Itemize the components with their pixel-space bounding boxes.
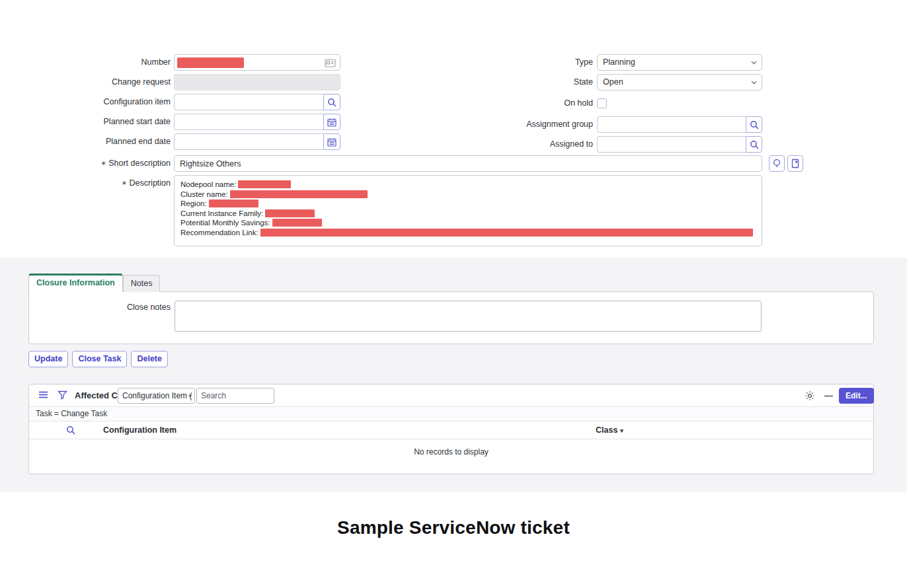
assignment-group-input[interactable]	[597, 116, 746, 133]
assigned-to-input[interactable]	[597, 136, 746, 153]
gear-icon	[805, 390, 815, 401]
close-notes-textarea[interactable]	[175, 301, 762, 332]
configuration-item-lookup-button[interactable]	[323, 94, 340, 110]
preview-record-icon[interactable]	[325, 58, 336, 68]
planned-end-date-calendar-button[interactable]	[323, 133, 340, 150]
list-context-menu-button[interactable]	[38, 390, 48, 399]
state-select[interactable]: Open	[597, 74, 762, 91]
chevron-down-icon	[751, 61, 757, 65]
column-header-configuration-item[interactable]: Configuration Item	[103, 422, 177, 439]
update-button[interactable]: Update	[28, 351, 68, 367]
list-settings-button[interactable]	[805, 390, 815, 401]
redacted-number-value	[177, 57, 244, 68]
search-icon	[327, 98, 336, 107]
assigned-to-lookup-button[interactable]	[746, 136, 762, 153]
short-description-label: ✶Short description	[38, 155, 171, 172]
state-label: State	[461, 74, 593, 91]
tab-bar: Closure Information Notes	[28, 274, 160, 292]
number-field[interactable]	[174, 54, 340, 71]
redacted-value	[272, 219, 322, 227]
change-request-field	[174, 74, 340, 91]
hamburger-menu-icon	[38, 390, 48, 399]
list-collapse-button[interactable]	[824, 395, 833, 397]
planned-end-date-label: Planned end date	[38, 133, 171, 150]
suggestion-button[interactable]	[769, 155, 785, 172]
search-icon	[66, 425, 75, 435]
search-column-select[interactable]: Configuration Item ( ▾	[118, 388, 195, 404]
description-line: Region:	[180, 199, 762, 209]
chevron-down-icon	[751, 81, 757, 85]
description-line: Cluster name:	[180, 190, 762, 200]
planned-end-date-input[interactable]	[174, 133, 323, 150]
lightbulb-icon	[772, 159, 781, 168]
assignment-group-label: Assignment group	[461, 116, 593, 133]
list-search-input[interactable]	[196, 388, 274, 404]
planned-start-date-label: Planned start date	[38, 114, 171, 130]
affected-cis-list: Affected CIs Configuration Item ( ▾ Edit…	[28, 384, 874, 474]
configuration-item-input[interactable]	[174, 94, 323, 110]
column-search-toggle-button[interactable]	[66, 425, 75, 435]
description-line: Potential Monthly Savings:	[180, 218, 762, 228]
redacted-value	[260, 229, 753, 237]
servicenow-ticket-screenshot: Number Change request Configuration item…	[0, 0, 907, 588]
redacted-value	[230, 190, 368, 198]
on-hold-checkbox[interactable]	[597, 98, 607, 108]
number-label: Number	[38, 54, 171, 71]
minus-icon	[824, 395, 833, 397]
calendar-icon	[327, 118, 336, 127]
caret-down-icon: ▾	[188, 388, 192, 403]
empty-list-message: No records to display	[29, 447, 873, 457]
description-label: ✶Description	[38, 175, 171, 192]
column-header-class[interactable]: Class▾	[596, 422, 623, 440]
list-filter-breadcrumb[interactable]: Task = Change Task	[29, 406, 873, 422]
description-line: Current Instance Family:	[180, 209, 762, 219]
calendar-icon	[327, 137, 336, 147]
close-task-button[interactable]: Close Task	[72, 351, 127, 367]
redacted-value	[209, 200, 258, 207]
description-line: Recommendation Link:	[180, 228, 762, 238]
sort-caret-icon: ▾	[620, 427, 623, 434]
planned-start-date-input[interactable]	[174, 114, 323, 130]
change-request-label: Change request	[38, 74, 171, 91]
search-knowledge-button[interactable]	[787, 155, 803, 172]
redacted-value	[238, 180, 291, 188]
short-description-input[interactable]	[174, 155, 762, 172]
assignment-group-lookup-button[interactable]	[746, 116, 762, 133]
assigned-to-label: Assigned to	[461, 136, 593, 153]
type-label: Type	[461, 54, 593, 71]
delete-button[interactable]: Delete	[131, 351, 168, 367]
tab-closure-information[interactable]: Closure Information	[28, 274, 123, 292]
required-icon: ✶	[100, 159, 106, 167]
planned-start-date-calendar-button[interactable]	[323, 114, 340, 130]
tab-notes[interactable]: Notes	[123, 275, 161, 292]
search-icon	[750, 120, 759, 129]
image-caption: Sample ServiceNow ticket	[0, 517, 907, 538]
funnel-filter-icon	[58, 390, 67, 400]
close-notes-label: Close notes	[38, 301, 171, 314]
edit-button[interactable]: Edit...	[839, 388, 874, 404]
redacted-value	[265, 209, 315, 217]
list-filter-button[interactable]	[58, 390, 67, 400]
knowledge-book-icon	[791, 159, 800, 168]
list-header-row: Configuration Item Class▾	[29, 422, 873, 439]
description-line: Nodepool name:	[180, 180, 762, 190]
description-textarea[interactable]: Nodepool name: Cluster name: Region: Cur…	[174, 175, 762, 246]
required-icon: ✶	[121, 179, 127, 187]
form-actions: Update Close Task Delete	[28, 351, 168, 367]
type-select[interactable]: Planning	[597, 54, 762, 71]
on-hold-label: On hold	[461, 95, 593, 112]
search-icon	[750, 140, 759, 149]
configuration-item-label: Configuration item	[38, 94, 171, 110]
